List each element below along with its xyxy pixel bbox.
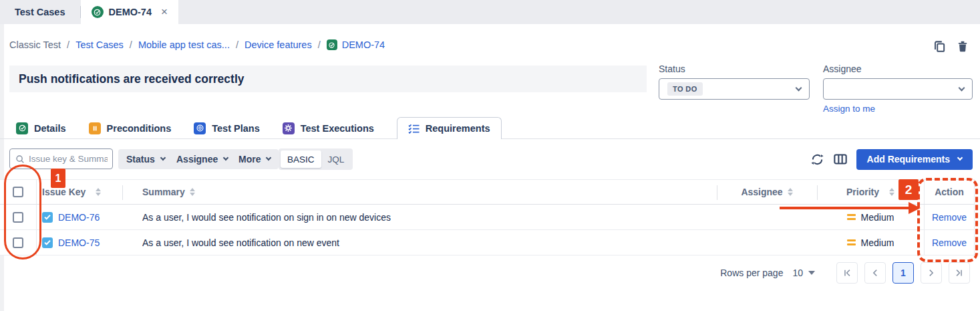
column-divider (817, 185, 818, 200)
sort-icon[interactable] (190, 188, 195, 196)
status-filter-button[interactable]: Status (118, 149, 173, 169)
left-gutter (0, 24, 4, 311)
test-case-icon (92, 6, 104, 18)
action-cell: Remove (924, 230, 975, 255)
row-checkbox[interactable] (13, 237, 23, 248)
page-1-button[interactable]: 1 (892, 262, 914, 284)
breadcrumb-subfolder[interactable]: Device features (244, 39, 312, 50)
tab-test-executions[interactable]: Test Executions (283, 122, 374, 134)
prev-page-button[interactable] (864, 262, 886, 284)
issue-key-cell: DEMO-75 (37, 230, 122, 255)
window-tab-demo-74[interactable]: DEMO-74 × (81, 0, 178, 24)
header-action: Action (924, 180, 975, 204)
close-icon[interactable]: × (161, 5, 168, 19)
window-tab-strip: Test Cases DEMO-74 × (0, 0, 980, 24)
pagination: Rows per page 10 1 (720, 262, 970, 284)
breadcrumb-test-cases[interactable]: Test Cases (75, 39, 124, 50)
copy-icon[interactable] (933, 40, 947, 54)
tab-details[interactable]: Details (16, 122, 66, 134)
last-page-button[interactable] (949, 262, 970, 284)
window-tab-label: DEMO-74 (109, 7, 152, 17)
basic-mode-button[interactable]: BASIC (281, 150, 321, 168)
chevron-down-icon (266, 155, 271, 161)
row-checkbox-cell (0, 205, 37, 229)
assignee-cell (717, 230, 817, 255)
tab-requirements[interactable]: Requirements (397, 117, 502, 139)
assignee-filter-button[interactable]: Assignee (168, 149, 236, 169)
chevron-down-icon (959, 84, 965, 91)
page-title: Push notifications are received correctl… (19, 72, 244, 86)
task-type-icon (42, 237, 53, 248)
column-divider (717, 185, 717, 200)
breadcrumb-separator: / (130, 39, 132, 50)
sort-icon[interactable] (96, 188, 101, 196)
task-type-icon (42, 212, 53, 223)
header-summary[interactable]: Summary (122, 180, 717, 204)
window-tab-test-cases[interactable]: Test Cases (0, 0, 80, 24)
jql-mode-button[interactable]: JQL (321, 150, 351, 168)
columns-icon[interactable] (834, 152, 847, 166)
delete-icon[interactable] (957, 40, 970, 54)
search-mode-toggle: BASIC JQL (279, 148, 353, 170)
requirements-checklist-icon (408, 124, 420, 134)
column-divider (122, 185, 123, 200)
more-filter-button[interactable]: More (230, 149, 279, 169)
table-row: DEMO-76 As a user, I would see notificat… (0, 205, 975, 230)
assignee-select[interactable] (823, 78, 973, 100)
header-checkbox-cell (0, 180, 37, 204)
breadcrumb-separator: / (318, 39, 321, 50)
sort-icon[interactable] (889, 188, 894, 196)
priority-medium-icon (847, 239, 856, 245)
priority-cell: Medium (817, 205, 924, 229)
assign-to-me-link[interactable]: Assign to me (823, 104, 875, 114)
remove-link[interactable]: Remove (932, 212, 967, 223)
breadcrumb-separator: / (236, 39, 238, 50)
select-all-checkbox[interactable] (13, 187, 23, 197)
chevron-down-icon (957, 155, 963, 161)
search-input[interactable] (29, 154, 108, 164)
issue-key-link[interactable]: DEMO-75 (58, 237, 100, 248)
preconditions-icon (89, 122, 101, 134)
next-page-button[interactable] (921, 262, 942, 284)
remove-link[interactable]: Remove (932, 237, 967, 248)
sort-icon[interactable] (788, 188, 793, 196)
status-badge: TO DO (667, 82, 703, 96)
issue-key-link[interactable]: DEMO-76 (58, 212, 100, 223)
row-checkbox-cell (0, 230, 37, 255)
tab-preconditions[interactable]: Preconditions (89, 122, 172, 134)
first-page-button[interactable] (836, 262, 858, 284)
priority-medium-icon (847, 214, 856, 220)
chevron-down-icon (796, 84, 802, 91)
add-requirements-button[interactable]: Add Requirements (856, 149, 973, 170)
status-select[interactable]: TO DO (659, 78, 810, 100)
issue-actions (933, 40, 970, 54)
breadcrumb-project: Classic Test (9, 39, 61, 50)
tab-test-plans[interactable]: Test Plans (194, 122, 259, 134)
row-checkbox[interactable] (13, 212, 23, 223)
header-issue-key[interactable]: Issue Key (37, 180, 122, 204)
test-plans-icon (194, 122, 206, 134)
rows-per-page-label: Rows per page (720, 268, 783, 278)
breadcrumb: Classic Test / Test Cases / Mobile app t… (9, 39, 385, 50)
breadcrumb-issue[interactable]: DEMO-74 (327, 39, 385, 50)
chevron-down-icon (160, 155, 166, 161)
requirements-toolbar: Status Assignee More BASIC JQL Add Requi… (9, 148, 980, 170)
title-bar: Push notifications are received correctl… (9, 66, 647, 92)
breadcrumb-folder[interactable]: Mobile app test cas... (138, 39, 230, 50)
requirements-table: Issue Key Summary Assignee Priority Acti… (0, 179, 975, 255)
header-assignee[interactable]: Assignee (717, 180, 817, 204)
refresh-icon[interactable] (811, 152, 824, 166)
assignee-cell (717, 205, 817, 229)
window-tab-label: Test Cases (15, 7, 65, 17)
detail-tabs: Details Preconditions Test Plans Test Ex… (16, 117, 502, 139)
table-row: DEMO-75 As a user, I would see notificat… (0, 230, 975, 255)
header-priority[interactable]: Priority (817, 180, 924, 204)
status-label: Status (659, 64, 685, 74)
test-case-icon (327, 39, 337, 50)
action-cell: Remove (924, 205, 975, 229)
issue-key-cell: DEMO-76 (37, 205, 122, 229)
rows-per-page-select[interactable]: 10 (792, 268, 815, 278)
priority-cell: Medium (817, 230, 924, 255)
table-header-row: Issue Key Summary Assignee Priority Acti… (0, 179, 975, 205)
search-icon (15, 154, 25, 164)
